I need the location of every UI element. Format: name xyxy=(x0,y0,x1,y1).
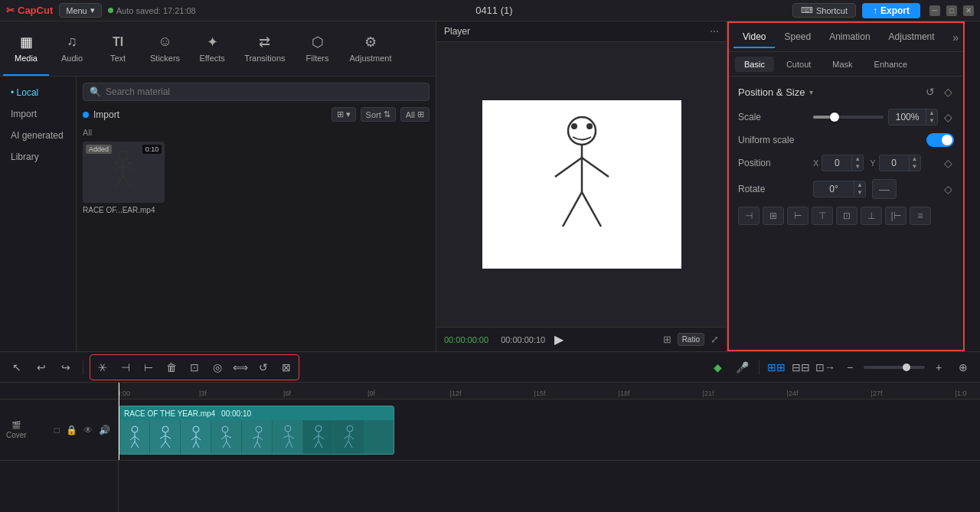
rotate-down[interactable]: ▼ xyxy=(854,189,865,197)
subtab-basic[interactable]: Basic xyxy=(735,57,774,72)
track-visible-button[interactable]: 👁 xyxy=(82,423,94,437)
pos-y-up[interactable]: ▲ xyxy=(910,155,920,163)
playhead[interactable] xyxy=(119,383,119,460)
align-spread-v-button[interactable]: ≡ xyxy=(910,207,931,225)
sidebar-item-local[interactable]: • Local xyxy=(3,83,73,103)
remove-track-button[interactable]: ⊟⊟ xyxy=(790,357,812,378)
align-center-v-button[interactable]: ⊡ xyxy=(836,207,858,225)
svg-line-42 xyxy=(253,436,258,439)
rotate-input-group: ▲ ▼ xyxy=(813,181,866,197)
track-lock-icon[interactable]: 🔒 xyxy=(64,423,79,437)
tab-stickers[interactable]: ☺ Stickers xyxy=(141,21,189,76)
position-diamond[interactable]: ◇ xyxy=(942,155,954,171)
trim-left-tool[interactable]: ⊣ xyxy=(115,357,136,378)
scale-slider[interactable] xyxy=(813,116,884,119)
trim-right-tool[interactable]: ⊢ xyxy=(138,357,159,378)
play-button[interactable]: ▶ xyxy=(554,332,564,347)
audio-record-tool[interactable]: 🎤 xyxy=(731,357,753,378)
import-button[interactable]: Import xyxy=(83,109,119,120)
subtab-enhance[interactable]: Enhance xyxy=(865,57,916,72)
tab-text[interactable]: TI Text xyxy=(95,21,141,76)
section-expand-icon[interactable]: ▾ xyxy=(809,88,813,96)
tab-audio[interactable]: ♫ Audio xyxy=(49,21,95,76)
align-bottom-button[interactable]: ⊥ xyxy=(861,207,882,225)
align-center-h-button[interactable]: ⊞ xyxy=(763,207,784,225)
fullscreen-icon[interactable]: ⤢ xyxy=(710,334,719,345)
rotate-up[interactable]: ▲ xyxy=(854,181,865,189)
tab-speed[interactable]: Speed xyxy=(775,27,820,48)
grid-view-button[interactable]: ⊞ ▾ xyxy=(332,107,356,122)
ruler-mark-24f: |24f xyxy=(787,390,799,397)
speed-tool[interactable]: ◎ xyxy=(207,357,228,378)
delete-tool[interactable]: 🗑 xyxy=(161,357,182,378)
tab-media[interactable]: ▦ Media xyxy=(3,21,49,76)
scale-diamond[interactable]: ◇ xyxy=(942,109,954,125)
redo-button[interactable]: ↪ xyxy=(55,357,77,378)
player-area xyxy=(436,42,727,327)
search-icon: 🔍 xyxy=(90,86,101,97)
tab-filters[interactable]: ⬡ Filters xyxy=(295,21,341,76)
video-clip[interactable]: RACE OF THE YEAR.mp4 00:00:10 xyxy=(119,406,394,455)
rotate-tl-tool[interactable]: ↺ xyxy=(253,357,274,378)
mirror-tool[interactable]: ⟺ xyxy=(230,357,251,378)
sidebar-item-library[interactable]: Library xyxy=(3,147,73,167)
player-menu-icon[interactable]: ⋯ xyxy=(710,26,719,37)
media-item[interactable]: Added 0:10 xyxy=(83,142,165,214)
menu-button[interactable]: Menu ▾ xyxy=(59,3,102,18)
tab-adjustment-right[interactable]: Adjustment xyxy=(880,27,944,48)
track-audio-button[interactable]: 🔊 xyxy=(97,423,112,437)
track-lock-button[interactable]: □ xyxy=(53,423,61,437)
cursor-tool[interactable]: ↖ xyxy=(6,357,28,378)
pip-button[interactable]: ⊡→ xyxy=(815,357,836,378)
zoom-in-button[interactable]: + xyxy=(928,357,949,378)
close-button[interactable]: ✕ xyxy=(963,5,974,16)
tab-more-button[interactable]: » xyxy=(952,31,959,44)
reset-button[interactable]: ↺ xyxy=(924,84,936,99)
player-settings-icon[interactable]: ⊞ xyxy=(663,334,671,345)
sort-button[interactable]: Sort ⇅ xyxy=(361,107,396,122)
sidebar-item-ai[interactable]: AI generated xyxy=(3,126,73,145)
position-x-input[interactable] xyxy=(822,155,851,171)
export-button[interactable]: ↑ Export xyxy=(862,3,920,18)
rotate-dash[interactable]: — xyxy=(872,179,897,199)
position-y-input[interactable] xyxy=(880,155,909,171)
minimize-button[interactable]: ─ xyxy=(929,5,940,16)
uniform-scale-toggle[interactable] xyxy=(926,133,954,147)
subtab-mask[interactable]: Mask xyxy=(823,57,861,72)
align-spread-h-button[interactable]: |⊢ xyxy=(885,207,906,225)
pos-x-down[interactable]: ▼ xyxy=(852,163,863,171)
sidebar-item-import[interactable]: Import xyxy=(3,104,73,124)
crop-tool[interactable]: ⊠ xyxy=(276,357,297,378)
split-screen-tool[interactable]: ⊡ xyxy=(184,357,205,378)
tab-transitions[interactable]: ⇄ Transitions xyxy=(235,21,294,76)
scale-down[interactable]: ▼ xyxy=(926,117,937,125)
diamond-button[interactable]: ◇ xyxy=(942,84,954,99)
scale-thumb[interactable] xyxy=(830,113,839,122)
scale-input[interactable] xyxy=(889,109,926,125)
maximize-button[interactable]: □ xyxy=(946,5,957,16)
split-tool[interactable]: ⚹ xyxy=(92,357,113,378)
pos-y-down[interactable]: ▼ xyxy=(910,163,920,171)
align-top-button[interactable]: ⊤ xyxy=(812,207,833,225)
ratio-button[interactable]: Ratio xyxy=(678,333,704,346)
zoom-out-button[interactable]: − xyxy=(839,357,861,378)
tab-video[interactable]: Video xyxy=(733,27,775,48)
undo-button[interactable]: ↩ xyxy=(31,357,52,378)
keyframe-tool[interactable]: ◆ xyxy=(707,357,728,378)
fit-button[interactable]: ⊕ xyxy=(952,357,974,378)
pos-x-up[interactable]: ▲ xyxy=(852,155,863,163)
scale-up[interactable]: ▲ xyxy=(926,109,937,117)
filter-button[interactable]: All ⊞ xyxy=(400,107,430,122)
zoom-slider[interactable] xyxy=(864,366,925,369)
align-right-button[interactable]: ⊢ xyxy=(787,207,808,225)
tab-effects[interactable]: ✦ Effects xyxy=(189,21,235,76)
rotate-diamond[interactable]: ◇ xyxy=(942,181,954,197)
tab-animation[interactable]: Animation xyxy=(820,27,879,48)
add-track-button[interactable]: ⊞⊞ xyxy=(766,357,787,378)
subtab-cutout[interactable]: Cutout xyxy=(777,57,820,72)
rotate-input[interactable] xyxy=(814,181,854,197)
search-input[interactable] xyxy=(106,86,423,97)
shortcut-button[interactable]: ⌨ Shortcut xyxy=(792,3,856,18)
align-left-button[interactable]: ⊣ xyxy=(738,207,760,225)
tab-adjustment[interactable]: ⚙ Adjustment xyxy=(341,21,401,76)
